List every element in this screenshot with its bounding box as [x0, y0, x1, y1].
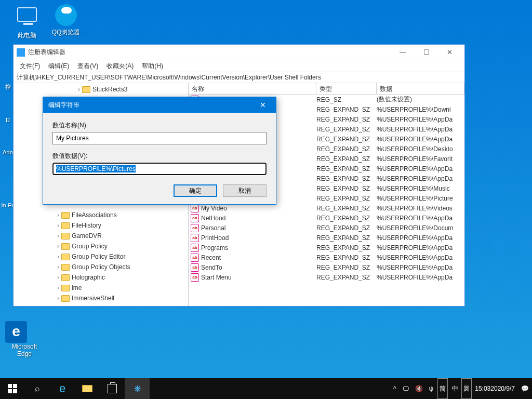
- col-type[interactable]: 类型: [316, 83, 377, 94]
- list-row[interactable]: abRecentREG_EXPAND_SZ%USERPROFILE%\AppDa: [189, 252, 464, 262]
- list-row[interactable]: abNetHoodREG_EXPAND_SZ%USERPROFILE%\AppD…: [189, 213, 464, 223]
- list-row[interactable]: abPrintHoodREG_EXPAND_SZ%USERPROFILE%\Ap…: [189, 233, 464, 243]
- dialog-titlebar[interactable]: 编辑字符串 ✕: [43, 97, 276, 113]
- tray-notifications-icon[interactable]: 💬: [518, 378, 532, 399]
- tray-chevron-icon[interactable]: ^: [390, 378, 400, 399]
- dialog-title: 编辑字符串: [48, 101, 255, 110]
- string-icon: ab: [191, 273, 199, 282]
- ok-button[interactable]: 确定: [174, 184, 217, 197]
- tree-item[interactable]: ›FileAssociations: [55, 210, 188, 220]
- tray-volume-icon[interactable]: 🔇: [412, 378, 426, 399]
- tree-item[interactable]: ›Holographic: [55, 272, 188, 283]
- value-name-label: 数值名称(N):: [52, 121, 267, 130]
- col-name[interactable]: 名称: [189, 83, 316, 94]
- edge-icon: e: [5, 321, 27, 343]
- string-icon: ab: [191, 263, 199, 272]
- string-icon: ab: [191, 224, 199, 232]
- desktop-icon-qq-browser[interactable]: QQ浏览器: [47, 4, 85, 37]
- qq-browser-icon: [55, 4, 77, 26]
- dialog-close-button[interactable]: ✕: [255, 101, 271, 109]
- taskbar-explorer[interactable]: [75, 378, 100, 399]
- value-name-input[interactable]: [52, 132, 267, 144]
- search-button[interactable]: ⌕: [25, 378, 50, 399]
- tree-item[interactable]: ›FileHistory: [55, 220, 188, 231]
- list-row[interactable]: abPersonalREG_EXPAND_SZ%USERPROFILE%\Doc…: [189, 223, 464, 233]
- tree-item[interactable]: ›StuckRects3: [76, 84, 188, 95]
- desktop-icon-this-pc[interactable]: 此电脑: [8, 4, 46, 40]
- edge-label: Microsoft Edge: [5, 343, 44, 357]
- menu-file[interactable]: 文件(F): [16, 61, 44, 72]
- menu-edit[interactable]: 编辑(E): [44, 61, 73, 72]
- tree-item[interactable]: ›Group Policy Objects: [55, 262, 188, 272]
- tree-item[interactable]: ›ImmersiveShell: [55, 293, 188, 303]
- tray-usb-icon[interactable]: ψ: [426, 378, 437, 399]
- close-button[interactable]: ✕: [438, 45, 461, 60]
- tray-ime3[interactable]: 圆: [461, 378, 472, 399]
- menu-view[interactable]: 查看(V): [73, 61, 102, 72]
- tree-item[interactable]: ›Group Policy Editor: [55, 251, 188, 262]
- minimize-button[interactable]: —: [391, 45, 415, 60]
- titlebar[interactable]: 注册表编辑器 — ☐ ✕: [14, 45, 464, 60]
- maximize-button[interactable]: ☐: [415, 45, 438, 60]
- taskbar-edge[interactable]: e: [50, 378, 75, 399]
- tray-ime2[interactable]: 中: [449, 378, 461, 399]
- string-icon: ab: [191, 214, 199, 222]
- menu-help[interactable]: 帮助(H): [138, 61, 167, 72]
- qq-browser-label: QQ浏览器: [47, 28, 85, 37]
- cancel-button[interactable]: 取消: [223, 184, 267, 197]
- desktop-icon-edge[interactable]: e Microsoft Edge: [5, 321, 44, 357]
- this-pc-label: 此电脑: [8, 31, 46, 40]
- string-icon: ab: [191, 244, 199, 252]
- value-data-input[interactable]: [52, 163, 267, 175]
- tree-item[interactable]: ›GameDVR: [55, 231, 188, 241]
- regedit-icon: [17, 48, 25, 57]
- list-row[interactable]: abStart MenuREG_EXPAND_SZ%USERPROFILE%\A…: [189, 272, 464, 282]
- string-icon: ab: [191, 204, 199, 212]
- tree-item[interactable]: ›ime: [55, 283, 188, 293]
- taskbar-regedit[interactable]: ❋: [125, 378, 150, 399]
- string-icon: ab: [191, 254, 199, 262]
- window-title: 注册表编辑器: [28, 48, 391, 57]
- string-icon: ab: [191, 234, 199, 242]
- list-row[interactable]: abProgramsREG_EXPAND_SZ%USERPROFILE%\App…: [189, 243, 464, 252]
- col-data[interactable]: 数据: [377, 83, 464, 94]
- list-header: 名称 类型 数据: [189, 83, 464, 95]
- edit-string-dialog: 编辑字符串 ✕ 数值名称(N): 数值数据(V): 确定 取消: [43, 97, 276, 205]
- tray-display-icon[interactable]: 🖵: [400, 378, 412, 399]
- taskbar: ⌕ e ❋ ^ 🖵 🔇 ψ 简 中 圆 15:03 2020/9/7 💬: [0, 378, 532, 399]
- tree-item[interactable]: ›Group Policy: [55, 241, 188, 251]
- list-row[interactable]: abSendToREG_EXPAND_SZ%USERPROFILE%\AppDa: [189, 262, 464, 272]
- start-button[interactable]: [0, 378, 25, 399]
- menu-fav[interactable]: 收藏夹(A): [102, 61, 138, 72]
- tray-ime1[interactable]: 简: [437, 378, 448, 399]
- tray-clock[interactable]: 15:03 2020/9/7: [472, 378, 518, 399]
- address-bar[interactable]: 计算机\HKEY_CURRENT_USER\SOFTWARE\Microsoft…: [14, 72, 464, 83]
- value-data-label: 数值数据(V):: [52, 152, 267, 161]
- taskbar-store[interactable]: [100, 378, 125, 399]
- menubar: 文件(F) 编辑(E) 查看(V) 收藏夹(A) 帮助(H): [14, 60, 464, 72]
